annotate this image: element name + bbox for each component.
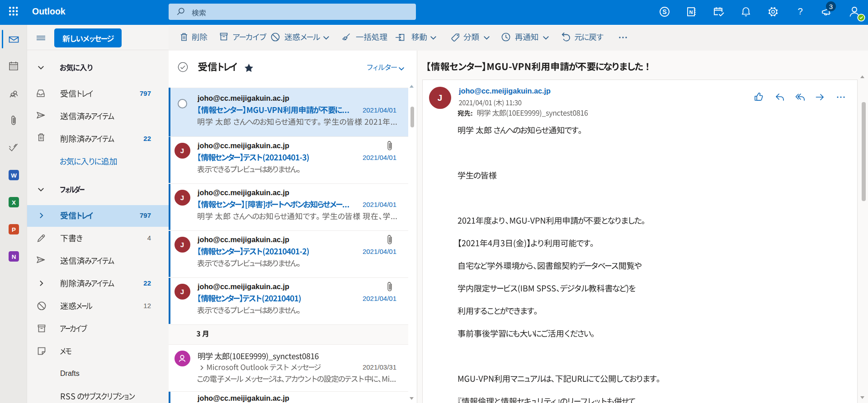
svg-text:S: S [662,8,666,15]
svg-text:X: X [12,199,16,206]
svg-text:W: W [11,172,17,179]
svg-text:N: N [12,253,16,260]
svg-text:N: N [689,9,693,15]
svg-text:P: P [12,226,16,233]
svg-text:?: ? [797,7,802,16]
